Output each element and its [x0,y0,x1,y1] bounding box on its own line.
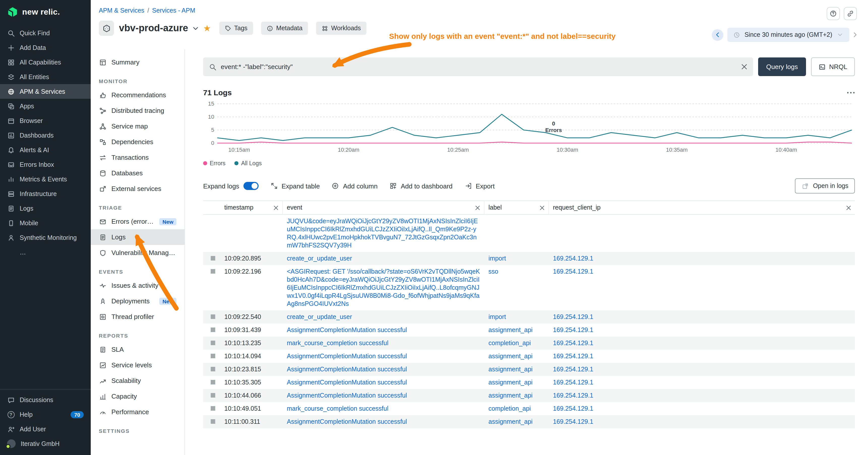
sidebar-item-infrastructure[interactable]: Infrastructure [0,187,91,201]
sidebar-item-sla[interactable]: SLA [91,342,185,357]
search-query-value[interactable]: event:* -"label":"security" [221,63,737,70]
sidebar-item-quick-find[interactable]: Quick Find [0,26,91,40]
sidebar-item-vulnerability-management[interactable]: Vulnerability Management [91,245,185,260]
cell-event-link[interactable]: AssignmentCompletionMutation successful [287,353,407,360]
cell-ip-link[interactable]: 169.254.129.1 [553,418,593,425]
table-row[interactable]: 10:11:00.311 AssignmentCompletionMutatio… [203,415,855,428]
time-picker[interactable]: Since 30 minutes ago (GMT+2) [727,28,849,42]
sidebar-item-service-levels[interactable]: Service levels [91,357,185,373]
sidebar-item-external-services[interactable]: External services [91,181,185,196]
cell-label-link[interactable]: assignment_api [489,418,532,425]
sidebar-item-deployments[interactable]: Deployments New [91,293,185,309]
table-row[interactable]: 10:09:22.540 create_or_update_user impor… [203,311,855,324]
sidebar-item-capacity[interactable]: Capacity [91,389,185,404]
tags-button[interactable]: Tags [219,22,253,35]
sidebar-item-service-map[interactable]: Service map [91,119,185,134]
new-relic-logo[interactable]: new relic. [0,0,91,23]
cell-event-link[interactable]: <ASGIRequest: GET '/sso/callback/?state=… [287,268,480,307]
row-checkbox[interactable] [211,340,215,345]
cell-label-link[interactable]: completion_api [489,339,531,347]
sidebar-item-add-user[interactable]: Add User [0,422,91,436]
row-checkbox[interactable] [211,393,215,397]
open-in-logs-button[interactable]: Open in logs [795,178,855,194]
cell-label-link[interactable]: assignment_api [489,379,532,386]
cell-ip-link[interactable]: 169.254.129.1 [553,405,593,412]
metadata-button[interactable]: Metadata [261,22,308,35]
sidebar-item-dependencies[interactable]: Dependencies [91,134,185,150]
sidebar-item-apps[interactable]: Apps [0,99,91,113]
remove-column-icon[interactable] [540,205,545,210]
time-forward-button[interactable] [854,32,857,37]
workloads-button[interactable]: Workloads [316,22,367,35]
more-options-button[interactable] [847,92,855,94]
sidebar-item-logs[interactable]: Logs [0,201,91,216]
row-checkbox[interactable] [211,406,215,411]
sidebar-item-scalability[interactable]: Scalability [91,373,185,389]
table-row[interactable]: 10:10:14.094 AssignmentCompletionMutatio… [203,350,855,363]
sidebar-item-add-data[interactable]: Add Data [0,40,91,55]
row-checkbox[interactable] [211,269,215,273]
table-row[interactable]: JUQVU&code=eyJraWQiOiJjcGtY29yZV8wOTI1Mj… [203,215,855,252]
cell-event-link[interactable]: JUQVU&code=eyJraWQiOiJjcGtY29yZV8wOTI1Mj… [287,218,478,249]
cell-ip-link[interactable]: 169.254.129.1 [553,314,593,321]
entity-dropdown-chevron-icon[interactable] [193,27,198,30]
table-row[interactable]: 10:09:31.439 AssignmentCompletionMutatio… [203,324,855,336]
sidebar-item-discussions[interactable]: Discussions [0,392,91,407]
sidebar-item-mobile[interactable]: Mobile [0,216,91,230]
cell-label-link[interactable]: assignment_api [489,353,532,360]
cell-ip-link[interactable]: 169.254.129.1 [553,392,593,399]
cell-event-link[interactable]: AssignmentCompletionMutation successful [287,366,407,373]
cell-ip-link[interactable]: 169.254.129.1 [553,268,593,275]
cell-ip-link[interactable]: 169.254.129.1 [553,326,593,333]
row-checkbox[interactable] [211,315,215,319]
table-row[interactable]: 10:09:22.196 <ASGIRequest: GET '/sso/cal… [203,265,855,311]
sidebar-item-alerts-ai[interactable]: Alerts & AI [0,142,91,157]
row-checkbox[interactable] [211,419,215,424]
sidebar-more-button[interactable]: … [0,245,91,260]
cell-event-link[interactable]: mark_course_completion successful [287,339,389,347]
sidebar-item-dashboards[interactable]: Dashboards [0,128,91,142]
cell-ip-link[interactable]: 169.254.129.1 [553,379,593,386]
row-checkbox[interactable] [211,367,215,371]
cell-label-link[interactable]: assignment_api [489,366,532,373]
sidebar-item-apm-services[interactable]: APM & Services [0,84,91,99]
breadcrumb-link-services-apm[interactable]: Services - APM [152,7,195,14]
sidebar-item-all-entities[interactable]: All Entities [0,69,91,84]
permalink-button[interactable] [844,7,857,20]
remove-column-icon[interactable] [274,205,278,210]
table-row[interactable]: 10:10:35.305 AssignmentCompletionMutatio… [203,376,855,389]
cell-event-link[interactable]: AssignmentCompletionMutation successful [287,379,407,386]
cell-ip-link[interactable]: 169.254.129.1 [553,255,593,262]
clear-search-icon[interactable] [742,64,747,69]
cell-label-link[interactable]: assignment_api [489,326,532,333]
expand-table-button[interactable]: Expand table [271,182,320,190]
help-circle-button[interactable] [827,7,840,20]
cell-event-link[interactable]: AssignmentCompletionMutation successful [287,326,407,333]
sidebar-item-synthetic-monitoring[interactable]: Synthetic Monitoring [0,230,91,245]
favorite-star-icon[interactable]: ★ [204,24,211,32]
sidebar-item-errors-inbox[interactable]: Errors (errors inb... New [91,214,185,229]
cell-event-link[interactable]: AssignmentCompletionMutation successful [287,418,407,425]
sidebar-item-help[interactable]: ? Help 70 [0,407,91,422]
column-header-request-client-ip[interactable]: request_client_ip [549,201,855,214]
sidebar-item-account[interactable]: Iterativ GmbH [0,436,91,451]
sidebar-item-metrics-events[interactable]: Metrics & Events [0,172,91,187]
sidebar-item-performance[interactable]: Performance [91,404,185,420]
row-checkbox[interactable] [211,354,215,358]
table-row[interactable]: 10:09:20.895 create_or_update_user impor… [203,252,855,265]
table-row[interactable]: 10:10:13.235 mark_course_completion succ… [203,336,855,350]
table-row[interactable]: 10:10:49.051 mark_course_completion succ… [203,402,855,415]
remove-column-icon[interactable] [475,205,480,210]
sidebar-item-distributed-tracing[interactable]: Distributed tracing [91,103,185,119]
sidebar-item-transactions[interactable]: Transactions [91,150,185,165]
cell-label-link[interactable]: sso [489,268,498,275]
logs-search-bar[interactable]: event:* -"label":"security" [203,58,753,76]
sidebar-item-issues-activity[interactable]: Issues & activity [91,278,185,293]
sidebar-item-summary[interactable]: Summary [91,55,185,70]
query-logs-button[interactable]: Query logs [758,58,806,76]
nrql-button[interactable]: NRQL [811,58,855,76]
cell-label-link[interactable]: completion_api [489,405,531,412]
export-button[interactable]: Export [465,182,495,190]
table-row[interactable]: 10:10:23.815 AssignmentCompletionMutatio… [203,363,855,376]
row-checkbox[interactable] [211,380,215,385]
